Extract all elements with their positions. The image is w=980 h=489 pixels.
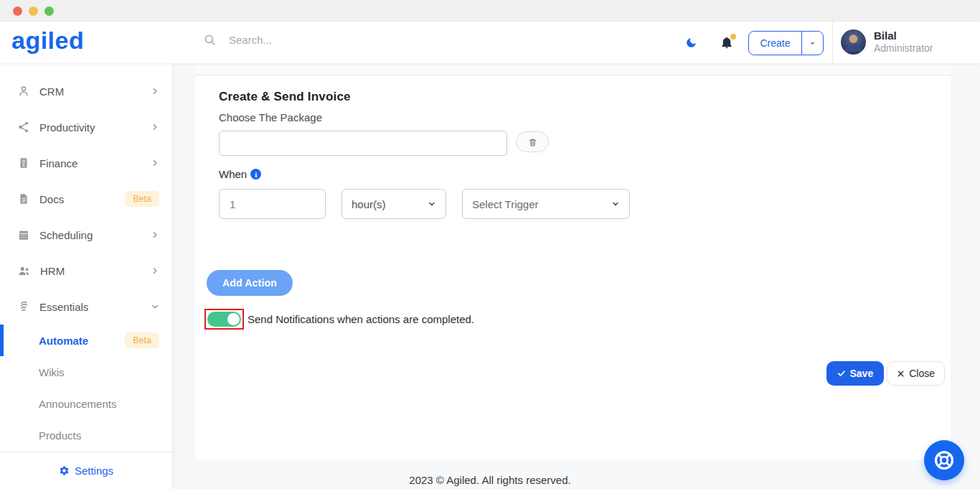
sidebar-item-crm[interactable]: CRM [0, 73, 172, 109]
window-titlebar [0, 0, 980, 22]
notifications-toggle-row: Send Notifications when actions are comp… [204, 309, 474, 330]
create-button[interactable]: Create [749, 32, 801, 55]
gear-icon [59, 465, 70, 476]
sidebar-item-scheduling[interactable]: Scheduling [0, 217, 172, 253]
sidebar-item-label: Announcements [39, 398, 116, 410]
sidebar-item-label: HRM [40, 265, 65, 277]
close-button-label: Close [909, 368, 935, 379]
trash-icon [528, 137, 537, 147]
sidebar-item-wikis[interactable]: Wikis [0, 356, 172, 388]
check-icon [837, 369, 846, 378]
sidebar-item-essentials[interactable]: Essentials [0, 289, 172, 325]
document-icon [17, 192, 30, 205]
sidebar-item-announcements[interactable]: Announcements [0, 388, 172, 419]
user-menu[interactable]: Bilal Administrator [841, 29, 933, 55]
window-maximize-icon[interactable] [44, 6, 54, 16]
sidebar-item-label: Wikis [39, 366, 65, 378]
card-top-strip [195, 63, 951, 75]
help-fab-button[interactable] [924, 440, 964, 480]
search-bar[interactable] [204, 34, 387, 46]
sidebar-item-label: Docs [39, 193, 64, 205]
automation-card: Create & Send Invoice Choose The Package… [195, 63, 951, 460]
when-fields-row: hour(s) Select Trigger [219, 189, 630, 219]
header-divider [832, 22, 833, 63]
window-minimize-icon[interactable] [29, 6, 38, 16]
when-row: When i [219, 168, 261, 180]
layers-icon [17, 300, 30, 313]
user-meta: Bilal Administrator [874, 29, 933, 55]
user-name: Bilal [874, 29, 933, 42]
chevron-right-icon [151, 159, 159, 167]
sidebar: CRM Productivity $ Finance [0, 63, 172, 489]
save-button-label: Save [850, 368, 874, 379]
sidebar-item-finance[interactable]: $ Finance [0, 145, 172, 181]
caret-down-icon [809, 39, 816, 47]
chevron-right-icon [151, 230, 159, 239]
search-input[interactable] [229, 34, 387, 46]
sidebar-item-productivity[interactable]: Productivity [0, 109, 172, 145]
info-icon[interactable]: i [250, 169, 261, 180]
chevron-right-icon [151, 266, 159, 275]
agiled-logo[interactable]: agiled [11, 27, 84, 55]
people-icon [17, 264, 31, 277]
package-input[interactable] [219, 131, 507, 156]
active-indicator [0, 325, 4, 356]
notifications-button[interactable] [720, 35, 734, 52]
when-label: When [219, 168, 247, 180]
create-dropdown-button[interactable] [801, 32, 823, 55]
notification-dot [730, 34, 736, 39]
chevron-down-icon [428, 200, 436, 208]
card-actions: Save Close [826, 361, 946, 386]
invoice-icon: $ [17, 157, 30, 169]
calendar-icon [17, 228, 30, 241]
lifebuoy-icon [933, 449, 956, 472]
moon-icon [685, 37, 697, 49]
beta-badge: Beta [125, 332, 159, 348]
close-button[interactable]: Close [887, 361, 945, 386]
user-icon [17, 85, 30, 98]
sidebar-item-label: Productivity [39, 121, 95, 134]
settings-label: Settings [75, 465, 113, 477]
trigger-select[interactable]: Select Trigger [462, 189, 630, 219]
avatar-photo-icon [841, 29, 866, 55]
chevron-right-icon [151, 87, 159, 96]
package-label: Choose The Package [219, 111, 322, 124]
annotation-red-box [204, 309, 244, 330]
sidebar-item-label: Finance [39, 157, 77, 169]
save-button[interactable]: Save [826, 361, 885, 386]
unit-select[interactable]: hour(s) [341, 189, 446, 219]
card-heading: Create & Send Invoice [219, 90, 351, 104]
sidebar-item-docs[interactable]: Docs Beta [0, 181, 172, 217]
user-role: Administrator [874, 42, 933, 55]
avatar [841, 29, 866, 55]
sidebar-item-label: Scheduling [39, 229, 93, 241]
sidebar-item-automate[interactable]: Automate Beta [0, 325, 172, 356]
close-icon [897, 370, 905, 378]
interval-input[interactable] [219, 189, 326, 219]
sidebar-item-label: Products [39, 429, 81, 442]
content-area: Help & Support Contact Us Become a Resel… [0, 63, 980, 489]
sidebar-item-label: Essentials [39, 301, 88, 313]
sidebar-item-hrm[interactable]: HRM [0, 253, 172, 289]
chevron-down-icon [611, 200, 620, 208]
beta-badge: Beta [125, 191, 159, 207]
sidebar-item-label: CRM [39, 85, 64, 98]
app-header: agiled Create [0, 22, 980, 63]
unit-select-value: hour(s) [352, 198, 386, 210]
chevron-down-icon [151, 302, 159, 311]
sidebar-item-label: Automate [39, 335, 88, 347]
dark-mode-button[interactable] [685, 37, 697, 52]
sidebar-item-products[interactable]: Products [0, 419, 172, 451]
hierarchy-icon [17, 121, 30, 134]
sidebar-item-settings[interactable]: Settings [0, 452, 172, 489]
search-icon [204, 34, 216, 46]
chevron-right-icon [151, 123, 159, 131]
notifications-toggle[interactable] [207, 312, 241, 327]
add-action-button[interactable]: Add Action [207, 270, 293, 296]
create-split-button[interactable]: Create [748, 31, 824, 55]
notifications-toggle-label: Send Notifications when actions are comp… [248, 313, 474, 325]
delete-action-button[interactable] [516, 131, 549, 152]
trigger-select-value: Select Trigger [472, 198, 539, 210]
window-close-icon[interactable] [13, 6, 22, 16]
toggle-knob [227, 313, 240, 325]
